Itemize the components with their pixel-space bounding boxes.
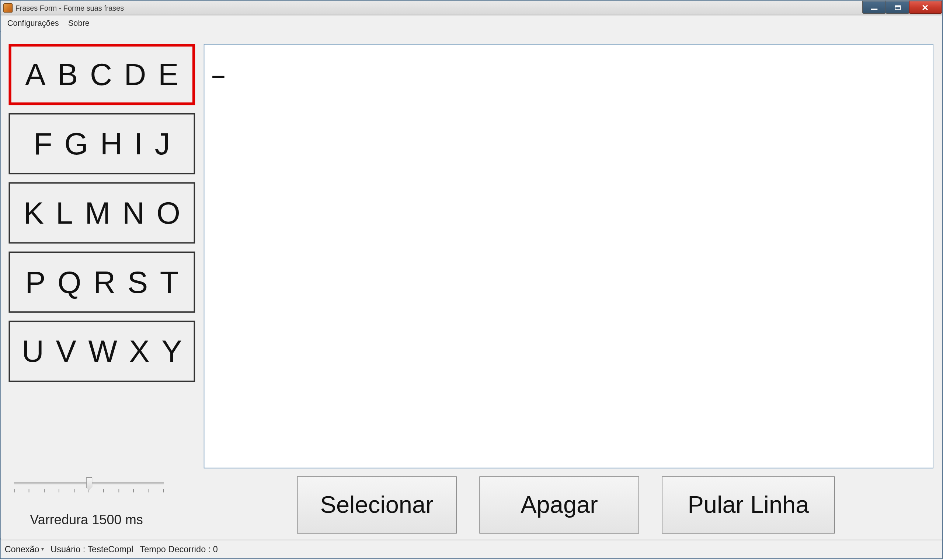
letter-group-pqrst[interactable]: PQRST bbox=[8, 252, 195, 313]
maximize-icon bbox=[894, 5, 900, 10]
minimize-button[interactable] bbox=[862, 1, 886, 14]
status-connection[interactable]: Conexão ▾ bbox=[5, 544, 44, 554]
slider-thumb[interactable] bbox=[86, 477, 92, 490]
menubar: Configurações Sobre bbox=[1, 15, 942, 31]
status-user: Usuário : TesteCompl bbox=[51, 544, 133, 554]
menu-configurations[interactable]: Configurações bbox=[8, 19, 59, 28]
select-button[interactable]: Selecionar bbox=[297, 476, 456, 534]
window-title: Frases Form - Forme suas frases bbox=[15, 4, 124, 12]
scan-speed-slider[interactable] bbox=[14, 475, 164, 495]
titlebar: Frases Form - Forme suas frases ✕ bbox=[1, 1, 942, 15]
menu-about[interactable]: Sobre bbox=[68, 19, 89, 28]
letter-group-abcde[interactable]: ABCDE bbox=[8, 44, 195, 105]
letter-group-uvwxy[interactable]: UVWXY bbox=[8, 320, 195, 382]
application-window: Frases Form - Forme suas frases ✕ Config… bbox=[0, 0, 943, 559]
dropdown-icon: ▾ bbox=[41, 546, 44, 552]
minimize-icon bbox=[871, 8, 877, 10]
close-button[interactable]: ✕ bbox=[909, 1, 942, 14]
window-controls: ✕ bbox=[863, 1, 942, 14]
action-button-row: Selecionar Apagar Pular Linha bbox=[297, 476, 835, 534]
maximize-button[interactable] bbox=[886, 1, 909, 14]
content-area: ABCDE FGHIJ KLMNO PQRST UVWXY Varr bbox=[1, 32, 942, 538]
newline-button[interactable]: Pular Linha bbox=[662, 476, 835, 534]
statusbar: Conexão ▾ Usuário : TesteCompl Tempo Dec… bbox=[1, 540, 942, 558]
close-icon: ✕ bbox=[921, 3, 929, 11]
delete-button[interactable]: Apagar bbox=[479, 476, 639, 534]
text-cursor bbox=[212, 76, 225, 78]
letter-group-klmno[interactable]: KLMNO bbox=[8, 182, 195, 243]
letter-group-panel: ABCDE FGHIJ KLMNO PQRST UVWXY bbox=[8, 44, 196, 390]
letter-group-fghij[interactable]: FGHIJ bbox=[8, 113, 195, 174]
status-connection-label: Conexão bbox=[5, 544, 39, 554]
status-elapsed: Tempo Decorrido : 0 bbox=[140, 544, 217, 554]
scan-speed-label: Varredura 1500 ms bbox=[30, 512, 143, 528]
text-output[interactable] bbox=[204, 44, 934, 468]
app-icon bbox=[3, 3, 12, 12]
